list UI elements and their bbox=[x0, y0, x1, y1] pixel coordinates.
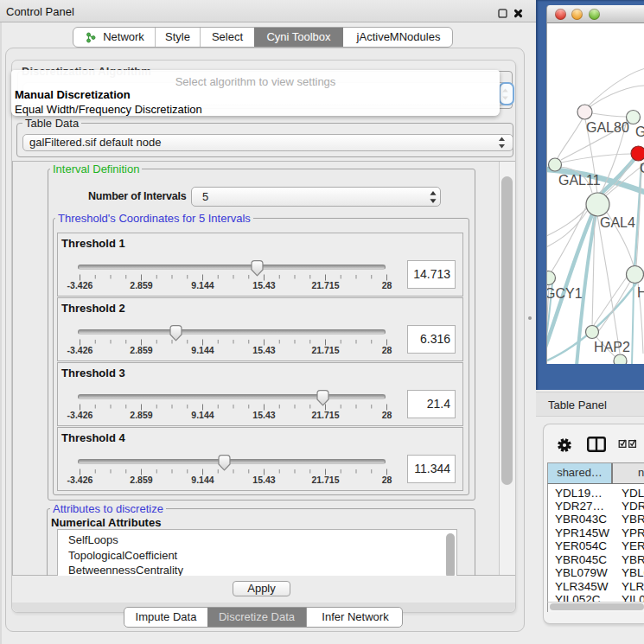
svg-text:GA: GA bbox=[635, 124, 644, 139]
svg-text:GAL11: GAL11 bbox=[558, 173, 601, 188]
svg-text:HAP2: HAP2 bbox=[594, 340, 630, 354]
svg-text:C: C bbox=[640, 161, 644, 175]
svg-text:H: H bbox=[637, 285, 644, 300]
svg-text:GAL4: GAL4 bbox=[600, 215, 635, 230]
svg-text:GCY1: GCY1 bbox=[547, 286, 583, 301]
svg-text:GAL80: GAL80 bbox=[586, 120, 629, 135]
